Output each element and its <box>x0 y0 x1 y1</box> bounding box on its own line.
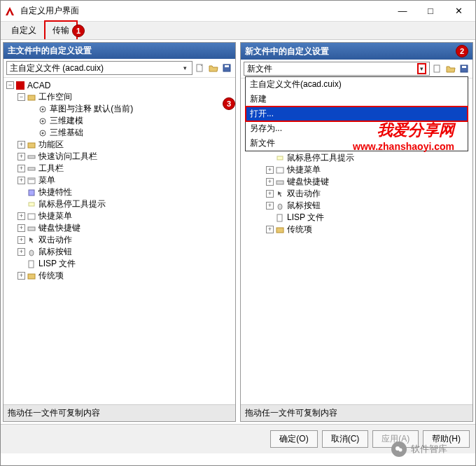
minimize-button[interactable]: — <box>388 1 416 21</box>
root-icon <box>15 81 25 90</box>
svg-rect-32 <box>276 228 284 233</box>
tree-node-ws3[interactable]: 三维基础 <box>4 127 235 139</box>
svg-point-10 <box>42 132 44 134</box>
tree-node[interactable]: 快捷特性 <box>4 186 235 198</box>
keyboard-icon <box>275 177 285 187</box>
tree-node[interactable]: +快速访问工具栏 <box>4 151 235 163</box>
dropdown-list[interactable]: 主自定义文件(acad.cuix) 新建 打开... 另存为... 新文件 <box>245 76 468 151</box>
expander-icon[interactable]: − <box>18 93 25 101</box>
left-dropdown-value: 主自定义文件 (acad.cuix) <box>10 62 104 74</box>
svg-point-30 <box>278 204 282 210</box>
expander-icon[interactable]: + <box>266 226 274 233</box>
dd-item-main[interactable]: 主自定义文件(acad.cuix) <box>246 77 468 92</box>
tree-node[interactable]: +双击动作 <box>241 188 472 200</box>
expander-icon[interactable]: + <box>18 141 25 149</box>
dd-item-new[interactable]: 新建 <box>246 92 468 107</box>
right-panel: 新文件中的自定义设置 2 新文件 ▾ 主自定义文件(acad.cuix) 新建 … <box>240 42 473 422</box>
tree-node[interactable]: +功能区 <box>4 139 235 151</box>
tree-node[interactable]: LISP 文件 <box>4 258 235 270</box>
svg-rect-28 <box>276 167 284 173</box>
expander-icon[interactable]: + <box>18 272 25 280</box>
close-button[interactable]: ✕ <box>444 1 472 21</box>
right-file-dropdown[interactable]: 新文件 ▾ <box>244 62 430 76</box>
tree-node[interactable]: +键盘快捷键 <box>241 176 472 188</box>
tree-node[interactable]: 鼠标悬停工具提示 <box>241 152 472 164</box>
help-button[interactable]: 帮助(H) <box>423 430 470 448</box>
expander-icon[interactable]: + <box>18 212 25 220</box>
dd-item-open[interactable]: 打开... <box>245 106 468 122</box>
tree-node[interactable]: +双击动作 <box>4 234 235 246</box>
folder-icon <box>275 225 285 235</box>
tree-node[interactable]: +快捷菜单 <box>4 210 235 222</box>
lisp-icon <box>275 213 285 223</box>
svg-rect-22 <box>28 274 35 279</box>
svg-rect-23 <box>434 65 440 72</box>
callout-2: 2 <box>456 45 468 57</box>
expander-icon[interactable]: + <box>266 178 274 186</box>
tree-node[interactable]: +传统项 <box>241 224 472 235</box>
save-icon[interactable] <box>458 63 470 74</box>
lisp-icon <box>27 259 36 269</box>
tree-node-ws1[interactable]: 草图与注释 默认(当前) <box>4 103 235 115</box>
expander-icon[interactable]: + <box>18 177 25 184</box>
tree-node[interactable]: +键盘快捷键 <box>4 222 235 234</box>
keyboard-icon <box>27 224 36 233</box>
expander-icon[interactable]: + <box>18 224 25 232</box>
expander-icon[interactable]: + <box>266 202 274 210</box>
svg-rect-13 <box>28 167 35 170</box>
open-folder-icon[interactable] <box>208 62 219 74</box>
right-panel-header: 新文件中的自定义设置 2 <box>241 43 472 60</box>
dd-item-saveas[interactable]: 另存为... <box>246 121 468 136</box>
toolbar-icon <box>27 164 36 174</box>
app-logo-icon <box>4 5 16 18</box>
svg-rect-29 <box>276 181 284 184</box>
save-icon[interactable] <box>221 62 232 74</box>
svg-rect-3 <box>16 81 24 90</box>
svg-rect-2 <box>225 65 229 67</box>
tree-node[interactable]: LISP 文件 <box>241 212 472 224</box>
apply-button[interactable]: 应用(A) <box>372 430 419 448</box>
tree-node-root[interactable]: −ACAD <box>4 79 235 91</box>
gear-icon <box>38 128 48 138</box>
tree-node[interactable]: 鼠标悬停工具提示 <box>4 198 235 210</box>
ok-button[interactable]: 确定(O) <box>270 430 317 448</box>
left-panel: 主文件中的自定义设置 主自定义文件 (acad.cuix) ▾ −ACAD −工… <box>3 42 236 422</box>
expander-icon[interactable]: − <box>6 81 14 89</box>
left-panel-footer: 拖动任一文件可复制内容 <box>4 404 235 421</box>
tree-node[interactable]: +工具栏 <box>4 163 235 174</box>
expander-icon[interactable]: + <box>18 236 25 244</box>
expander-icon[interactable]: + <box>18 248 25 256</box>
doubleclick-icon <box>275 189 285 199</box>
expander-icon[interactable]: + <box>18 165 25 172</box>
left-file-dropdown[interactable]: 主自定义文件 (acad.cuix) ▾ <box>6 61 192 75</box>
tab-customize[interactable]: 自定义 <box>4 21 44 39</box>
cancel-button[interactable]: 取消(C) <box>322 430 369 448</box>
open-folder-icon[interactable] <box>445 63 456 74</box>
tree-node-workspace[interactable]: −工作空间 <box>4 91 235 103</box>
new-file-icon[interactable] <box>195 62 206 74</box>
left-tree[interactable]: −ACAD −工作空间 草图与注释 默认(当前) 三维建模 三维基础 +功能区 … <box>4 78 235 404</box>
dd-item-newfile[interactable]: 新文件 <box>246 136 468 151</box>
expander-icon[interactable]: + <box>266 166 274 174</box>
tree-node[interactable]: +鼠标按钮 <box>241 200 472 212</box>
expander-icon[interactable]: + <box>18 153 25 160</box>
left-panel-header: 主文件中的自定义设置 <box>4 43 235 59</box>
folder-icon <box>27 92 36 102</box>
chevron-down-icon[interactable]: ▾ <box>417 63 426 74</box>
tree-node-ws2[interactable]: 三维建模 <box>4 115 235 127</box>
svg-rect-4 <box>28 95 35 100</box>
mouse-icon <box>27 247 36 257</box>
toolbar-icon <box>27 152 36 162</box>
maximize-button[interactable]: □ <box>416 1 444 21</box>
tree-node[interactable]: +菜单 <box>4 174 235 186</box>
expander-icon[interactable]: + <box>266 190 274 198</box>
right-toolbar: 新文件 ▾ <box>241 60 472 78</box>
callout-3: 3 <box>223 97 235 110</box>
svg-rect-21 <box>29 261 34 268</box>
new-file-icon[interactable] <box>432 63 443 74</box>
tree-node[interactable]: +传统项 <box>4 270 235 282</box>
tree-node[interactable]: +快捷菜单 <box>241 164 472 176</box>
tree-node[interactable]: +鼠标按钮 <box>4 246 235 258</box>
svg-rect-14 <box>28 178 35 184</box>
gear-icon <box>38 116 48 126</box>
